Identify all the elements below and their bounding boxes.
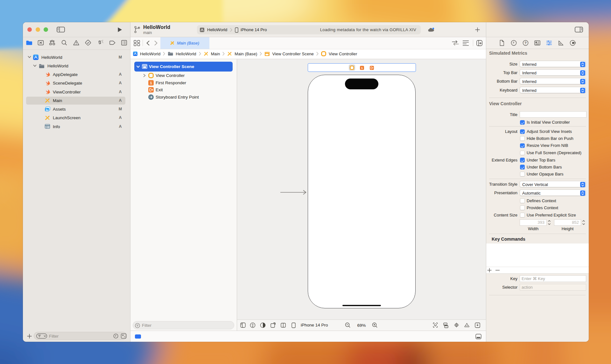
svg-text:?: ? — [524, 41, 526, 45]
svg-text:1: 1 — [361, 66, 363, 70]
svg-text:1: 1 — [150, 81, 152, 85]
